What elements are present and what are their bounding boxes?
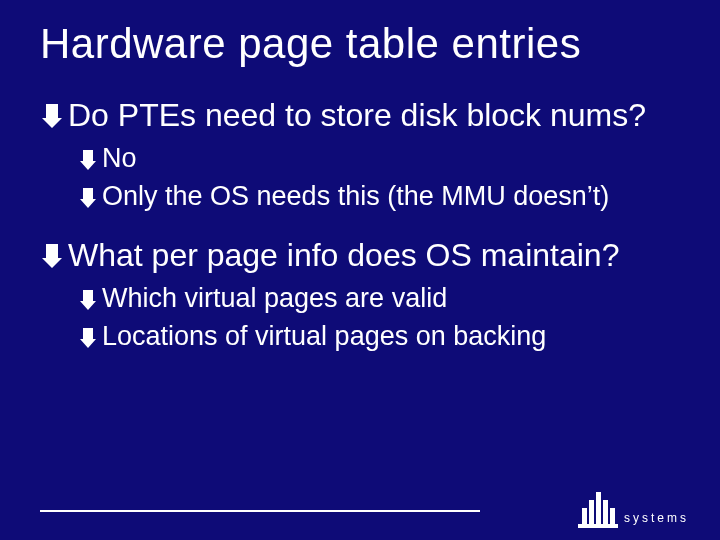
svg-rect-2 (596, 492, 601, 526)
bullet-level2: Which virtual pages are valid (78, 282, 680, 316)
bullet-text: Do PTEs need to store disk block nums? (68, 96, 646, 134)
arrow-icon (40, 102, 66, 130)
footer-divider (40, 510, 480, 512)
slide: Hardware page table entries Do PTEs need… (0, 0, 720, 540)
bullet-level1: What per page info does OS maintain? (40, 236, 680, 274)
slide-title: Hardware page table entries (40, 20, 680, 68)
bullet-text: Locations of virtual pages on backing (102, 320, 546, 354)
bullet-level1: Do PTEs need to store disk block nums? (40, 96, 680, 134)
arrow-icon (78, 326, 100, 350)
svg-rect-1 (589, 500, 594, 526)
arrow-icon (78, 148, 100, 172)
bullet-level2: No (78, 142, 680, 176)
bullet-text: No (102, 142, 137, 176)
svg-rect-4 (610, 508, 615, 526)
bullet-level2: Locations of virtual pages on backing (78, 320, 680, 354)
svg-text:systems: systems (624, 511, 689, 525)
bullet-text: What per page info does OS maintain? (68, 236, 619, 274)
arrow-icon (78, 186, 100, 210)
bullet-text: Which virtual pages are valid (102, 282, 447, 316)
svg-rect-5 (578, 524, 618, 528)
bullet-text: Only the OS needs this (the MMU doesn’t) (102, 180, 609, 214)
svg-rect-0 (582, 508, 587, 526)
svg-rect-3 (603, 500, 608, 526)
arrow-icon (40, 242, 66, 270)
bullet-level2: Only the OS needs this (the MMU doesn’t) (78, 180, 680, 214)
arrow-icon (78, 288, 100, 312)
logo-icon: systems (576, 488, 706, 532)
